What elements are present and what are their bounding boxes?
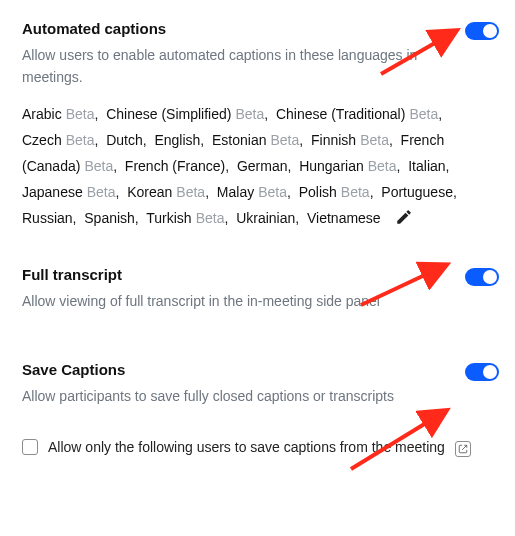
language-item: Arabic: [22, 106, 62, 122]
beta-badge: Beta: [66, 132, 95, 148]
beta-badge: Beta: [84, 158, 113, 174]
text-block: Full transcript Allow viewing of full tr…: [22, 266, 380, 327]
language-item: Ukrainian: [236, 210, 295, 226]
separator: ,: [397, 158, 409, 174]
restrict-users-option: Allow only the following users to save c…: [22, 437, 477, 457]
language-item: Dutch: [106, 132, 143, 148]
restrict-users-checkbox[interactable]: [22, 439, 38, 455]
section-header: Full transcript Allow viewing of full tr…: [22, 266, 499, 327]
beta-badge: Beta: [66, 106, 95, 122]
separator: ,: [225, 158, 237, 174]
beta-badge: Beta: [196, 210, 225, 226]
separator: ,: [200, 132, 212, 148]
language-item: Korean: [127, 184, 172, 200]
beta-badge: Beta: [271, 132, 300, 148]
beta-badge: Beta: [258, 184, 287, 200]
separator: ,: [370, 184, 382, 200]
separator: ,: [446, 158, 454, 174]
separator: ,: [113, 158, 125, 174]
separator: ,: [389, 132, 401, 148]
separator: ,: [143, 132, 155, 148]
text-block: Save Captions Allow participants to save…: [22, 361, 394, 422]
full-transcript-section: Full transcript Allow viewing of full tr…: [22, 266, 499, 327]
language-item: French (France): [125, 158, 225, 174]
svg-line-0: [462, 445, 467, 450]
language-item: Japanese: [22, 184, 83, 200]
language-item: Hungarian: [299, 158, 364, 174]
text-block: Automated captions Allow users to enable…: [22, 20, 452, 102]
toggle-knob: [483, 270, 497, 284]
save-captions-desc: Allow participants to save fully closed …: [22, 386, 394, 408]
language-list: ArabicBeta, Chinese (Simplified)Beta, Ch…: [22, 102, 487, 231]
language-item: Vietnamese: [307, 210, 381, 226]
language-item: English: [154, 132, 200, 148]
separator: ,: [73, 210, 85, 226]
language-item: Chinese (Simplified): [106, 106, 231, 122]
separator: ,: [287, 184, 299, 200]
full-transcript-title: Full transcript: [22, 266, 380, 283]
language-item: Chinese (Traditional): [276, 106, 405, 122]
language-item: Estonian: [212, 132, 266, 148]
automated-captions-toggle[interactable]: [465, 22, 499, 40]
separator: ,: [224, 210, 236, 226]
automated-captions-title: Automated captions: [22, 20, 452, 37]
checkbox-label-wrap: Allow only the following users to save c…: [48, 437, 471, 457]
full-transcript-desc: Allow viewing of full transcript in the …: [22, 291, 380, 313]
separator: ,: [299, 132, 311, 148]
separator: ,: [205, 184, 217, 200]
save-captions-title: Save Captions: [22, 361, 394, 378]
language-item: Malay: [217, 184, 254, 200]
separator: ,: [95, 106, 107, 122]
restrict-users-label: Allow only the following users to save c…: [48, 439, 445, 455]
toggle-knob: [483, 365, 497, 379]
language-item: Italian: [408, 158, 445, 174]
beta-badge: Beta: [87, 184, 116, 200]
language-item: Russian: [22, 210, 73, 226]
language-item: Portuguese: [381, 184, 453, 200]
language-item: German: [237, 158, 288, 174]
language-item: Spanish: [84, 210, 135, 226]
beta-badge: Beta: [235, 106, 264, 122]
separator: ,: [287, 158, 299, 174]
full-transcript-toggle[interactable]: [465, 268, 499, 286]
save-captions-toggle[interactable]: [465, 363, 499, 381]
toggle-knob: [483, 24, 497, 38]
section-header: Save Captions Allow participants to save…: [22, 361, 499, 422]
section-header: Automated captions Allow users to enable…: [22, 20, 499, 102]
separator: ,: [135, 210, 146, 226]
separator: ,: [116, 184, 128, 200]
info-icon[interactable]: [455, 441, 471, 457]
language-item: Czech: [22, 132, 62, 148]
separator: ,: [453, 184, 461, 200]
automated-captions-desc: Allow users to enable automated captions…: [22, 45, 452, 88]
save-captions-section: Save Captions Allow participants to save…: [22, 361, 499, 458]
beta-badge: Beta: [409, 106, 438, 122]
separator: ,: [264, 106, 276, 122]
language-item: Turkish: [146, 210, 191, 226]
separator: ,: [95, 132, 107, 148]
language-item: Finnish: [311, 132, 356, 148]
beta-badge: Beta: [360, 132, 389, 148]
edit-languages-icon[interactable]: [395, 208, 413, 226]
separator: ,: [295, 210, 307, 226]
beta-badge: Beta: [368, 158, 397, 174]
beta-badge: Beta: [176, 184, 205, 200]
automated-captions-section: Automated captions Allow users to enable…: [22, 20, 499, 232]
language-item: Polish: [299, 184, 337, 200]
beta-badge: Beta: [341, 184, 370, 200]
separator: ,: [438, 106, 446, 122]
